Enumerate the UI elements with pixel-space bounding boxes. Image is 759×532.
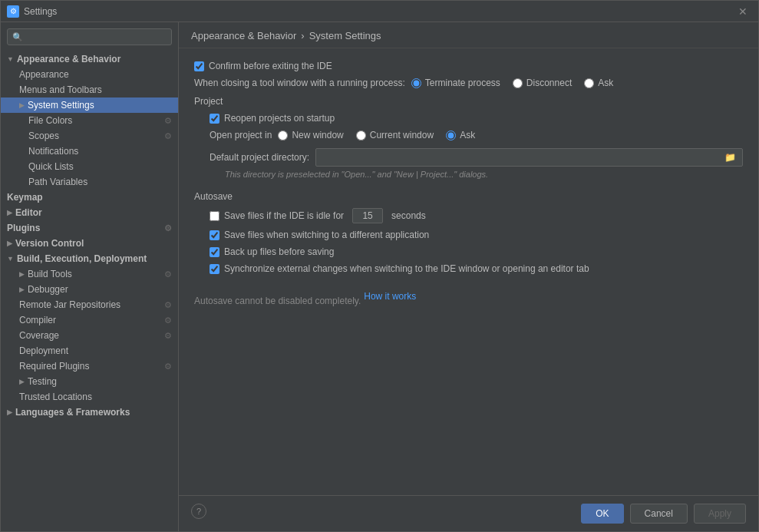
sidebar-item-appearance-behavior[interactable]: ▼ Appearance & Behavior bbox=[1, 51, 178, 67]
sidebar-item-build-tools[interactable]: ▶ Build Tools ⚙ bbox=[1, 266, 178, 282]
chevron-right-icon: ▶ bbox=[19, 286, 25, 293]
current-window-radio[interactable] bbox=[356, 131, 366, 140]
sidebar-label: Deployment bbox=[19, 345, 68, 356]
title-bar: ⚙ Settings ✕ bbox=[1, 1, 758, 22]
settings-window: ⚙ Settings ✕ 🔍 ▼ Appearance & Behavior A… bbox=[0, 0, 759, 532]
new-window-label[interactable]: New window bbox=[292, 130, 343, 140]
current-window-label[interactable]: Current window bbox=[370, 130, 434, 140]
disconnect-label[interactable]: Disconnect bbox=[526, 78, 572, 88]
sidebar-item-keymap[interactable]: Keymap bbox=[1, 190, 178, 205]
ok-button[interactable]: OK bbox=[581, 504, 623, 524]
sidebar-label: Trusted Locations bbox=[19, 392, 92, 402]
default-project-dir-label: Default project directory: bbox=[210, 152, 309, 163]
sidebar-item-editor[interactable]: ▶ Editor bbox=[1, 205, 178, 220]
sidebar-item-testing[interactable]: ▶ Testing bbox=[1, 374, 178, 389]
ask-project-radio[interactable] bbox=[446, 131, 456, 140]
search-input[interactable] bbox=[26, 31, 167, 42]
sidebar-item-quick-lists[interactable]: Quick Lists bbox=[1, 159, 178, 174]
new-window-radio[interactable] bbox=[278, 131, 288, 140]
cancel-button[interactable]: Cancel bbox=[630, 504, 688, 524]
terminate-process-option: Terminate process bbox=[411, 78, 500, 88]
sidebar-item-trusted-locations[interactable]: Trusted Locations bbox=[1, 389, 178, 405]
default-project-dir-row: Default project directory: 📁 bbox=[210, 148, 743, 167]
disconnect-radio[interactable] bbox=[513, 78, 523, 88]
save-switching-checkbox[interactable] bbox=[210, 230, 219, 240]
sync-external-label[interactable]: Synchronize external changes when switch… bbox=[224, 263, 589, 274]
sidebar-label: Quick Lists bbox=[28, 161, 74, 172]
confirm-exit-checkbox[interactable] bbox=[194, 61, 204, 71]
right-panel: Appearance & Behavior › System Settings … bbox=[179, 22, 758, 531]
sidebar-item-menus-toolbars[interactable]: Menus and Toolbars bbox=[1, 82, 178, 97]
default-project-dir-input[interactable] bbox=[319, 152, 721, 163]
sidebar-label: Debugger bbox=[28, 284, 68, 295]
chevron-right-icon: ▶ bbox=[19, 270, 25, 278]
help-button[interactable]: ? bbox=[191, 504, 206, 519]
sidebar-item-version-control[interactable]: ▶ Version Control bbox=[1, 236, 178, 251]
terminate-radio[interactable] bbox=[411, 78, 421, 88]
sidebar-item-coverage[interactable]: Coverage ⚙ bbox=[1, 328, 178, 343]
gear-icon: ⚙ bbox=[164, 362, 172, 372]
current-window-option: Current window bbox=[356, 130, 434, 140]
autosave-notice-row: Autosave cannot be disabled completely. … bbox=[194, 286, 743, 306]
autosave-notice-text: Autosave cannot be disabled completely. bbox=[194, 296, 361, 306]
sidebar-item-debugger[interactable]: ▶ Debugger bbox=[1, 282, 178, 297]
ask-closing-radio[interactable] bbox=[584, 78, 594, 88]
sidebar-label: Notifications bbox=[28, 146, 78, 157]
gear-icon: ⚙ bbox=[164, 331, 172, 341]
ask-closing-label[interactable]: Ask bbox=[598, 78, 613, 88]
backup-checkbox[interactable] bbox=[210, 247, 219, 257]
sidebar-item-notifications[interactable]: Notifications bbox=[1, 144, 178, 159]
sidebar-item-languages-frameworks[interactable]: ▶ Languages & Frameworks bbox=[1, 405, 178, 420]
sidebar-item-scopes[interactable]: Scopes ⚙ bbox=[1, 128, 178, 144]
autosave-section-label: Autosave bbox=[194, 191, 743, 202]
reopen-projects-checkbox[interactable] bbox=[210, 114, 219, 124]
sidebar-item-plugins[interactable]: Plugins ⚙ bbox=[1, 220, 178, 236]
apply-button[interactable]: Apply bbox=[694, 504, 746, 524]
save-idle-checkbox[interactable] bbox=[210, 211, 219, 221]
save-switching-row: Save files when switching to a different… bbox=[210, 230, 743, 240]
how-it-works-link[interactable]: How it works bbox=[364, 291, 416, 302]
reopen-projects-label[interactable]: Reopen projects on startup bbox=[224, 113, 335, 124]
sidebar-label: Remote Jar Repositories bbox=[19, 299, 120, 310]
backup-label[interactable]: Back up files before saving bbox=[224, 246, 334, 257]
sidebar-item-build-execution[interactable]: ▼ Build, Execution, Deployment bbox=[1, 251, 178, 266]
closing-radio-group: Terminate process Disconnect Ask bbox=[411, 78, 613, 88]
sidebar-item-compiler[interactable]: Compiler ⚙ bbox=[1, 312, 178, 328]
gear-icon: ⚙ bbox=[164, 300, 172, 310]
sidebar-item-required-plugins[interactable]: Required Plugins ⚙ bbox=[1, 359, 178, 374]
breadcrumb: Appearance & Behavior › System Settings bbox=[179, 22, 758, 48]
gear-icon: ⚙ bbox=[164, 223, 172, 233]
sidebar-item-remote-jar[interactable]: Remote Jar Repositories ⚙ bbox=[1, 297, 178, 312]
folder-browse-button[interactable]: 📁 bbox=[721, 152, 739, 163]
sidebar-label: Languages & Frameworks bbox=[15, 407, 130, 418]
gear-icon: ⚙ bbox=[164, 316, 172, 325]
sidebar-label: Build Tools bbox=[28, 269, 72, 279]
sidebar: 🔍 ▼ Appearance & Behavior Appearance Men… bbox=[1, 22, 179, 531]
chevron-down-icon: ▼ bbox=[7, 55, 14, 63]
sidebar-item-system-settings[interactable]: ▶ System Settings bbox=[1, 97, 178, 113]
sidebar-item-file-colors[interactable]: File Colors ⚙ bbox=[1, 113, 178, 128]
sync-external-checkbox[interactable] bbox=[210, 264, 219, 274]
sync-external-row: Synchronize external changes when switch… bbox=[210, 263, 743, 274]
sidebar-label: Menus and Toolbars bbox=[19, 84, 102, 95]
sidebar-label: Plugins bbox=[7, 223, 40, 233]
confirm-exit-label[interactable]: Confirm before exiting the IDE bbox=[209, 61, 332, 71]
chevron-right-icon: ▶ bbox=[7, 408, 12, 416]
terminate-label[interactable]: Terminate process bbox=[425, 78, 500, 88]
save-switching-label[interactable]: Save files when switching to a different… bbox=[224, 230, 429, 240]
search-box[interactable]: 🔍 bbox=[7, 28, 172, 45]
sidebar-item-path-variables[interactable]: Path Variables bbox=[1, 174, 178, 190]
sidebar-label: File Colors bbox=[28, 115, 72, 126]
close-button[interactable]: ✕ bbox=[734, 4, 752, 19]
ask-project-label[interactable]: Ask bbox=[460, 130, 475, 140]
sidebar-item-deployment[interactable]: Deployment bbox=[1, 343, 178, 359]
open-project-in-row: Open project in New window Current windo… bbox=[210, 130, 743, 140]
seconds-label: seconds bbox=[391, 210, 426, 221]
search-icon: 🔍 bbox=[12, 32, 23, 42]
settings-area: Confirm before exiting the IDE When clos… bbox=[179, 48, 758, 495]
sidebar-label: Compiler bbox=[19, 315, 56, 325]
backup-row: Back up files before saving bbox=[210, 246, 743, 257]
idle-seconds-input[interactable] bbox=[352, 208, 383, 223]
sidebar-item-appearance[interactable]: Appearance bbox=[1, 67, 178, 82]
save-idle-label-before[interactable]: Save files if the IDE is idle for bbox=[224, 210, 344, 221]
